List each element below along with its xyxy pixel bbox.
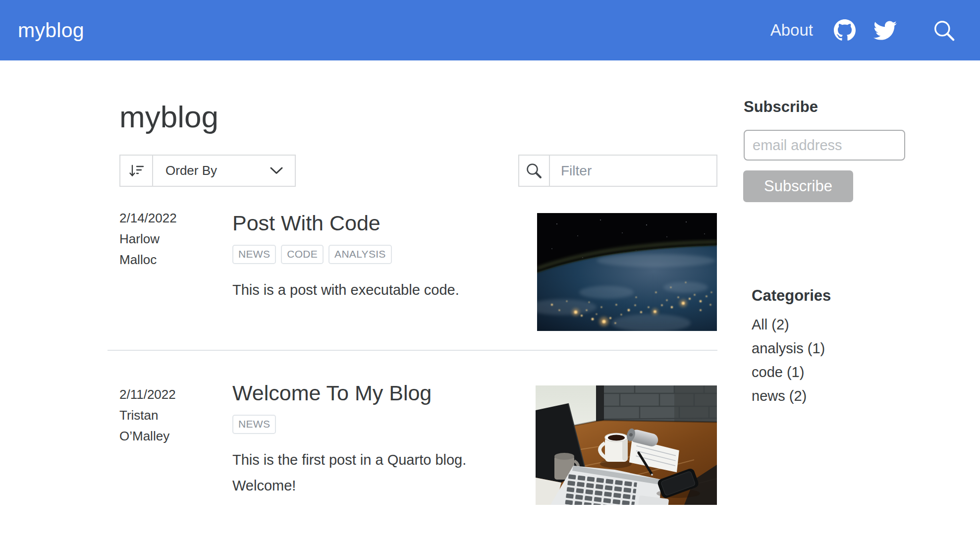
order-by-label: Order By: [165, 163, 217, 178]
filter-input[interactable]: [550, 156, 745, 186]
post-tag[interactable]: NEWS: [232, 245, 276, 264]
post-listing-item: Welcome To My Blog NEWS This is the firs…: [232, 381, 530, 498]
navbar: myblog About: [0, 0, 980, 60]
category-item-code[interactable]: code (1): [752, 360, 825, 384]
post-thumbnail-earth-at-night[interactable]: [537, 213, 717, 331]
post-description: This is a post with executable code.: [232, 277, 530, 303]
navbar-search-icon[interactable]: [932, 19, 955, 42]
post-meta: 2/11/2022 Tristan O’Malley: [119, 384, 199, 446]
email-field[interactable]: [744, 130, 905, 161]
page-title: myblog: [119, 100, 218, 134]
filter-box: [518, 155, 717, 187]
sort-icon: [120, 156, 153, 186]
post-tags: NEWS: [232, 415, 530, 434]
post-date: 2/11/2022: [119, 384, 199, 405]
order-by-dropdown[interactable]: Order By: [119, 155, 296, 187]
post-description: This is the first post in a Quarto blog.…: [232, 447, 473, 498]
chevron-down-icon: [270, 167, 283, 174]
navbar-brand[interactable]: myblog: [18, 19, 84, 42]
post-tag[interactable]: CODE: [281, 245, 324, 264]
post-divider: [108, 350, 717, 351]
post-tag[interactable]: ANALYSIS: [328, 245, 392, 264]
post-author: Tristan O’Malley: [119, 405, 199, 446]
post-meta: 2/14/2022 Harlow Malloc: [119, 208, 199, 270]
twitter-icon[interactable]: [873, 19, 897, 42]
navbar-menu: About: [770, 19, 980, 42]
nav-item-about[interactable]: About: [770, 21, 813, 40]
categories-heading: Categories: [752, 287, 831, 305]
category-item-analysis[interactable]: analysis (1): [752, 336, 825, 360]
post-thumbnail-desk-laptop[interactable]: [536, 385, 717, 505]
subscribe-button[interactable]: Subscribe: [743, 170, 853, 202]
category-item-news[interactable]: news (2): [752, 384, 825, 408]
post-date: 2/14/2022: [119, 208, 199, 228]
post-listing-item: Post With Code NEWS CODE ANALYSIS This i…: [232, 211, 530, 303]
category-item-all[interactable]: All (2): [752, 313, 825, 336]
github-icon[interactable]: [834, 19, 856, 41]
categories-list: All (2) analysis (1) code (1) news (2): [752, 313, 825, 408]
quarto-blog-page: myblog About myblog: [0, 0, 980, 545]
subscribe-heading: Subscribe: [744, 98, 818, 116]
post-title-link[interactable]: Welcome To My Blog: [232, 381, 530, 406]
post-tags: NEWS CODE ANALYSIS: [232, 245, 530, 264]
post-tag[interactable]: NEWS: [232, 415, 276, 434]
filter-search-icon: [519, 156, 550, 186]
post-title-link[interactable]: Post With Code: [232, 211, 530, 236]
post-author: Harlow Malloc: [119, 228, 199, 270]
